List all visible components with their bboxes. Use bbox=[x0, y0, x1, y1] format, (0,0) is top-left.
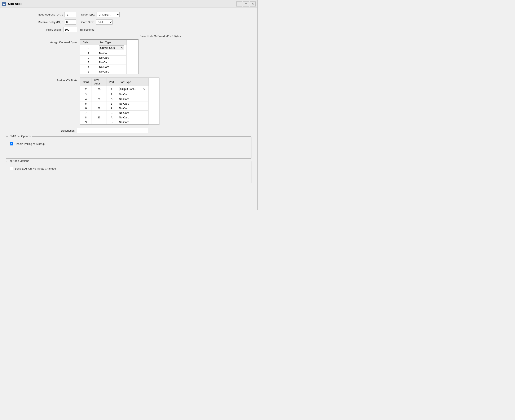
iox-cell-addr bbox=[92, 92, 106, 97]
enable-polling-label: Enable Polling at Startup bbox=[15, 142, 45, 145]
onboard-cell-byte: 3 bbox=[80, 60, 97, 65]
iox-cell-port: B bbox=[106, 101, 117, 106]
onboard-table-row: 1No Card bbox=[80, 51, 127, 56]
receive-delay-label: Receive Delay (DL) : bbox=[38, 21, 63, 24]
iox-cell-addr: 21 bbox=[92, 97, 106, 101]
iox-table-row: 9BNo Card bbox=[80, 120, 149, 125]
node-address-input[interactable] bbox=[65, 12, 76, 17]
close-button[interactable]: ✕ bbox=[250, 1, 256, 7]
iox-cell-porttype: No Card bbox=[117, 115, 149, 120]
iox-cell-port: A bbox=[106, 115, 117, 120]
pulse-width-input[interactable] bbox=[63, 27, 77, 32]
iox-cell-card: 2 bbox=[80, 86, 92, 92]
cpnode-options-legend: cpNode Options bbox=[8, 159, 30, 162]
onboard-col-byte: Byte bbox=[80, 40, 97, 45]
iox-cell-port: A bbox=[106, 106, 117, 111]
assign-onboard-label: Assign Onboard Bytes bbox=[38, 39, 80, 44]
iox-table-row: 3BNo Card bbox=[80, 92, 149, 97]
base-node-title: Base Node OnBoard I/O - 8 Bytes bbox=[67, 35, 253, 38]
node-type-label: Node Type: bbox=[81, 13, 95, 16]
onboard-cell-porttype: No Card bbox=[97, 65, 127, 69]
onboard-table-row: 0Output CardInput CardNo Card bbox=[80, 45, 127, 51]
iox-cell-port: A bbox=[106, 97, 117, 101]
enable-polling-checkbox[interactable] bbox=[10, 142, 13, 145]
onboard-table: Byte Port Type 0Output CardInput CardNo … bbox=[80, 40, 127, 74]
iox-cell-addr bbox=[92, 101, 106, 106]
enable-polling-row: Enable Polling at Startup bbox=[10, 142, 248, 145]
receive-delay-row: Receive Delay (DL) : Card Size: 8-bit 16… bbox=[38, 20, 253, 24]
iox-cell-porttype: No Card bbox=[117, 101, 149, 106]
onboard-cell-byte: 4 bbox=[80, 65, 97, 69]
pulse-width-suffix: (milliseconds) bbox=[79, 28, 95, 31]
iox-col-port: Port bbox=[106, 78, 117, 86]
onboard-cell-porttype: No Card bbox=[97, 69, 127, 74]
send-eot-checkbox[interactable] bbox=[10, 167, 13, 170]
receive-delay-input[interactable] bbox=[65, 20, 76, 24]
onboard-cell-byte: 5 bbox=[80, 69, 97, 74]
iox-table-row: 220AOutput Card...Output CardInput CardN… bbox=[80, 86, 149, 92]
card-size-label: Card Size: bbox=[81, 21, 94, 24]
iox-cell-porttype: No Card bbox=[117, 120, 149, 125]
iox-table-row: 7BNo Card bbox=[80, 111, 149, 115]
iox-cell-addr bbox=[92, 111, 106, 115]
iox-cell-porttype: No Card bbox=[117, 106, 149, 111]
iox-table-row: 421ANo Card bbox=[80, 97, 149, 101]
assign-iox-row: Assign IOX Ports Card IOX Addr Port Port… bbox=[38, 78, 253, 125]
iox-cell-port: A bbox=[106, 86, 117, 92]
iox-table-container: Card IOX Addr Port Port Type 220AOutput … bbox=[80, 78, 159, 125]
card-size-select[interactable]: 8-bit 16-bit bbox=[96, 20, 112, 24]
iox-cell-card: 6 bbox=[80, 106, 92, 111]
send-eot-row: Send EOT On No Inputs Changed bbox=[10, 167, 248, 170]
minimize-button[interactable]: — bbox=[236, 1, 242, 7]
assign-iox-label: Assign IOX Ports bbox=[38, 78, 80, 82]
pulse-width-row: Pulse Width: (milliseconds) bbox=[46, 27, 253, 32]
iox-cell-addr: 22 bbox=[92, 106, 106, 111]
iox-cell-card: 3 bbox=[80, 92, 92, 97]
iox-cell-porttype: No Card bbox=[117, 92, 149, 97]
iox-cell-porttype[interactable]: Output Card...Output CardInput CardNo Ca… bbox=[117, 86, 149, 92]
onboard-cell-byte: 1 bbox=[80, 51, 97, 56]
iox-table: Card IOX Addr Port Port Type 220AOutput … bbox=[80, 78, 149, 125]
cmrinet-options-legend: CMRInet Options bbox=[8, 135, 32, 138]
window-title: ADD NODE bbox=[8, 2, 236, 6]
iox-col-ioxaddr: IOX Addr bbox=[92, 78, 106, 86]
window-icon: 🖧 bbox=[2, 2, 6, 6]
maximize-button[interactable]: □ bbox=[243, 1, 249, 7]
title-controls: — □ ✕ bbox=[236, 1, 256, 7]
iox-cell-addr bbox=[92, 120, 106, 125]
node-type-select[interactable]: CPMEGA CPNODE CMRI bbox=[97, 12, 120, 17]
title-bar: 🖧 ADD NODE — □ ✕ bbox=[0, 0, 257, 8]
onboard-cell-porttype: No Card bbox=[97, 60, 127, 65]
onboard-cell-porttype[interactable]: Output CardInput CardNo Card bbox=[97, 45, 127, 51]
pulse-width-label: Pulse Width: bbox=[46, 28, 62, 31]
iox-cell-card: 8 bbox=[80, 115, 92, 120]
onboard-col-porttype: Port Type bbox=[97, 40, 127, 45]
onboard-table-scroll[interactable]: Byte Port Type 0Output CardInput CardNo … bbox=[80, 40, 138, 74]
iox-cell-port: B bbox=[106, 92, 117, 97]
iox-cell-addr: 20 bbox=[92, 86, 106, 92]
onboard-cell-porttype: No Card bbox=[97, 56, 127, 60]
description-row: Description: bbox=[61, 128, 253, 133]
onboard-table-row: 5No Card bbox=[80, 69, 127, 74]
onboard-cell-byte: 2 bbox=[80, 56, 97, 60]
iox-cell-addr: 23 bbox=[92, 115, 106, 120]
onboard-porttype-select[interactable]: Output CardInput CardNo Card bbox=[99, 45, 124, 50]
iox-cell-card: 9 bbox=[80, 120, 92, 125]
assign-onboard-row: Assign Onboard Bytes Byte Port Type 0Out… bbox=[38, 39, 253, 74]
onboard-table-container: Byte Port Type 0Output CardInput CardNo … bbox=[80, 39, 139, 74]
iox-table-row: 622ANo Card bbox=[80, 106, 149, 111]
iox-col-porttype: Port Type bbox=[117, 78, 149, 86]
onboard-table-row: 4No Card bbox=[80, 65, 127, 69]
node-address-label: Node Address (UA) : bbox=[38, 13, 63, 16]
add-node-window: 🖧 ADD NODE — □ ✕ Node Address (UA) : Nod… bbox=[0, 0, 257, 210]
description-label: Description: bbox=[61, 129, 75, 132]
node-address-row: Node Address (UA) : Node Type: CPMEGA CP… bbox=[38, 12, 253, 17]
iox-cell-porttype: No Card bbox=[117, 97, 149, 101]
onboard-table-row: 2No Card bbox=[80, 56, 127, 60]
send-eot-label: Send EOT On No Inputs Changed bbox=[15, 167, 56, 170]
cpnode-options-group: cpNode Options Send EOT On No Inputs Cha… bbox=[6, 161, 251, 183]
description-input[interactable] bbox=[77, 128, 148, 133]
onboard-cell-byte: 0 bbox=[80, 45, 97, 51]
iox-porttype-select[interactable]: Output Card...Output CardInput CardNo Ca… bbox=[119, 87, 146, 91]
iox-table-scroll[interactable]: Card IOX Addr Port Port Type 220AOutput … bbox=[80, 78, 159, 125]
